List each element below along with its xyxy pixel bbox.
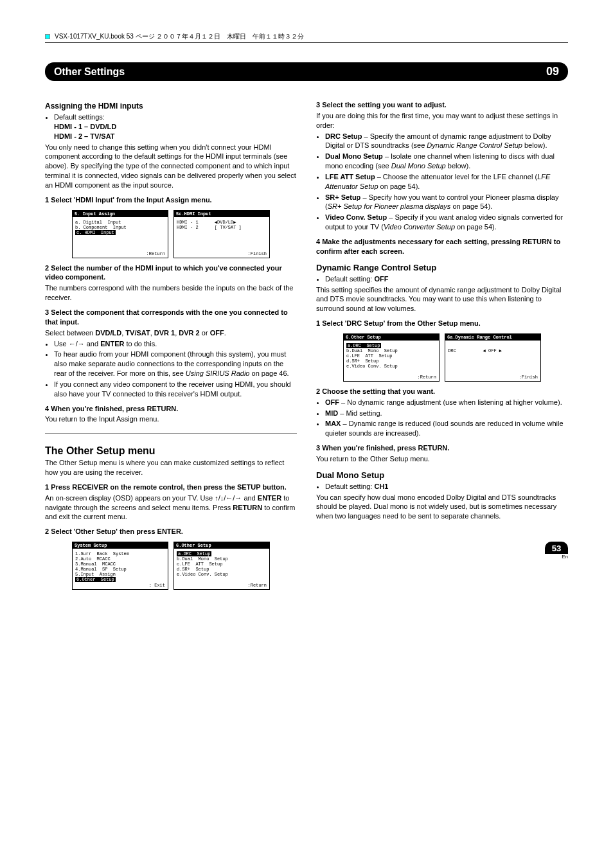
drc-opt-mid: MID – Mid setting.	[325, 409, 568, 418]
drc-opt-off: OFF – No dynamic range adjustment (use w…	[325, 398, 568, 407]
screen-pair-drc: 6.Other Setup a.DRC Setup b.Dual Mono Se…	[316, 333, 568, 382]
drc-step-3: 3 When you're finished, press RETURN.	[316, 443, 568, 453]
chapter-bar: Other Settings 09	[45, 62, 568, 81]
screen-system-setup: System Setup 1.Surr Back System 2.Auto M…	[72, 542, 168, 590]
right-column: 3 Select the setting you want to adjust.…	[316, 95, 568, 595]
other-intro: The Other Setup menu is where you can ma…	[45, 458, 297, 477]
drc-step-1: 1 Select 'DRC Setup' from the Other Setu…	[316, 319, 568, 328]
screen-pair-input-assign: 5. Input Assign a. Digital Input b. Comp…	[45, 210, 297, 258]
other-step-1: 1 Press RECEIVER on the remote control, …	[45, 483, 297, 492]
bullet-sr-plus: SR+ Setup – Specify how you want to cont…	[325, 193, 568, 212]
heading-other-setup: The Other Setup menu	[45, 445, 297, 457]
assign-bullet-audio: To hear audio from your HDMI component (…	[54, 350, 297, 378]
assign-step-3: 3 Select the component that corresponds …	[45, 308, 297, 327]
bullet-lfe-att: LFE ATT Setup – Choose the attenuator le…	[325, 172, 568, 191]
left-column: Assigning the HDMI inputs Default settin…	[45, 95, 297, 595]
screen-other-setup: 6.Other Setup a.DRC Setup b.Dual Mono Se…	[173, 542, 270, 590]
assign-step-4: 4 When you're finished, press RETURN.	[45, 404, 297, 414]
drc-intro: This setting specifies the amount of dyn…	[316, 285, 568, 314]
book-filename: VSX-1017TXV_KU.book 53 ページ ２００７年４月１２日 木曜…	[55, 32, 304, 41]
assign-step-4-body: You return to the Input Assign menu.	[45, 414, 297, 424]
right-step-3-body: If you are doing this for the first time…	[316, 111, 568, 130]
screen-other-setup-drc: 6.Other Setup a.DRC Setup b.Dual Mono Se…	[343, 333, 440, 382]
drc-step-2: 2 Choose the setting that you want.	[316, 387, 568, 396]
screen-pair-other-setup: System Setup 1.Surr Back System 2.Auto M…	[45, 542, 297, 590]
bullet-dual-mono: Dual Mono Setup – Isolate one channel wh…	[325, 152, 568, 171]
other-step-2: 2 Select 'Other Setup' then press ENTER.	[45, 527, 297, 536]
assign-bullet-tv: If you connect any video component to th…	[54, 380, 297, 399]
screen-input-assign: 5. Input Assign a. Digital Input b. Comp…	[72, 210, 168, 258]
dual-default: Default setting: CH1	[325, 482, 568, 492]
other-step-1-body: An on-screen display (OSD) appears on yo…	[45, 493, 297, 522]
right-step-3: 3 Select the setting you want to adjust.	[316, 100, 568, 110]
bullet-drc-setup: DRC Setup – Specify the amount of dynami…	[325, 132, 568, 151]
screen-hdmi-input: 5c.HDMI Input HDMI - 1 ◀DVD/LD▶ HDMI - 2…	[173, 210, 270, 258]
book-header: VSX-1017TXV_KU.book 53 ページ ２００７年４月１２日 木曜…	[45, 32, 568, 43]
drc-default: Default setting: OFF	[325, 274, 568, 284]
chapter-number: 09	[546, 65, 559, 78]
assign-step-2: 2 Select the number of the HDMI input to…	[45, 263, 297, 283]
drc-opt-max: MAX – Dynamic range is reduced (loud sou…	[325, 419, 568, 438]
right-step-4: 4 Make the adjustments necessary for eac…	[316, 237, 568, 256]
assign-step-1: 1 Select 'HDMI Input' from the Input Ass…	[45, 195, 297, 205]
page-lang: En	[545, 554, 568, 560]
screen-drc-control: 6a.Dynamic Range Control DRC ◀ OFF ▶ :Fi…	[445, 333, 541, 382]
page-number: 53	[545, 542, 568, 554]
heading-drc: Dynamic Range Control Setup	[316, 263, 568, 272]
dual-intro: You can specify how dual mono encoded Do…	[316, 493, 568, 522]
assign-intro: You only need to change this setting whe…	[45, 143, 297, 190]
assign-step-3-body: Select between DVD/LD, TV/SAT, DVR 1, DV…	[45, 328, 297, 338]
drc-step-3-body: You return to the Other Setup menu.	[316, 454, 568, 464]
heading-assign-hdmi: Assigning the HDMI inputs	[45, 102, 297, 111]
chapter-title: Other Settings	[54, 66, 125, 78]
divider	[45, 433, 297, 434]
assign-bullet-use-enter: Use ←/→ and ENTER to do this.	[54, 339, 297, 349]
default-settings-line: Default settings: HDMI - 1 – DVD/LD HDMI…	[54, 112, 297, 141]
assign-step-2-body: The numbers correspond with the numbers …	[45, 283, 297, 303]
bullet-video-conv: Video Conv. Setup – Specify if you want …	[325, 213, 568, 232]
heading-dual-mono: Dual Mono Setup	[316, 470, 568, 480]
